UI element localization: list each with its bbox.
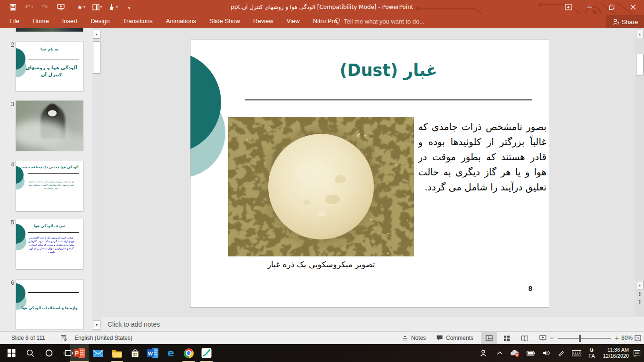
redo-button[interactable]: ↷ <box>37 0 53 14</box>
speaker-icon <box>543 350 550 356</box>
editor-scroll-down-button[interactable]: ▼ <box>636 281 644 289</box>
tray-onedrive-button[interactable] <box>507 344 522 362</box>
taskbar-mail-button[interactable] <box>89 344 107 362</box>
word-icon: W <box>147 348 159 358</box>
ribbon-tabs: File Home Insert Design Transitions Anim… <box>3 14 344 28</box>
restore-button[interactable] <box>601 0 622 14</box>
thumb2-title: آلودگی هوا و روشهای کنترل آن <box>25 64 77 78</box>
slide-page-number[interactable]: 8 <box>523 284 537 292</box>
image-caption[interactable]: تصویر میکروسکوپی یک ذره غبار <box>228 260 414 269</box>
ribbon-display-options-button[interactable] <box>557 0 579 14</box>
favorites-button[interactable]: ★▾ <box>73 0 89 14</box>
editor-scroll-thumb[interactable] <box>636 54 644 75</box>
search-icon <box>26 349 34 357</box>
thumbnail-scrollbar[interactable]: ▲ ▼ <box>92 28 101 331</box>
cortana-button[interactable] <box>40 344 58 362</box>
save-button[interactable] <box>5 0 21 14</box>
tab-insert[interactable]: Insert <box>56 14 84 28</box>
onedrive-error-icon <box>510 349 520 357</box>
tab-review[interactable]: Review <box>247 14 280 28</box>
tab-transitions[interactable]: Transitions <box>116 14 159 28</box>
thumbnail-slide-3[interactable] <box>16 100 83 151</box>
tab-design[interactable]: Design <box>84 14 116 28</box>
taskbar-store-button[interactable] <box>125 344 144 362</box>
current-slide-canvas[interactable]: غبار (Dust) <box>190 40 549 308</box>
tab-view[interactable]: View <box>280 14 306 28</box>
slide-title[interactable]: غبار (Dust) <box>285 61 492 80</box>
reading-view-button[interactable] <box>517 332 533 344</box>
tab-slideshow[interactable]: Slide Show <box>203 14 247 28</box>
thumbnail-number: 2 <box>7 41 14 48</box>
notebook-swoosh-icon <box>201 348 212 358</box>
file-explorer-icon <box>112 349 123 358</box>
minimize-button[interactable] <box>579 0 601 14</box>
thumb-scroll-down-button[interactable]: ▼ <box>93 321 100 329</box>
status-bar: Slide 8 of 111 English (United States) N… <box>0 331 644 344</box>
tray-battery-button[interactable] <box>523 344 538 362</box>
taskbar-edge-button[interactable]: e <box>161 344 180 362</box>
zoom-out-button[interactable]: − <box>550 332 554 344</box>
slide-sorter-view-button[interactable] <box>499 332 515 344</box>
editor-scroll-up-button[interactable]: ▲ <box>636 30 644 38</box>
layout-button[interactable]: ▾ <box>89 0 105 14</box>
normal-view-button[interactable] <box>481 332 497 344</box>
notes-placeholder[interactable]: Click to add notes <box>107 321 160 328</box>
slide-counter[interactable]: Slide 8 of 111 <box>11 332 45 344</box>
previous-slide-button[interactable]: ▲▲ <box>636 290 644 297</box>
tray-volume-button[interactable] <box>539 344 553 362</box>
next-slide-button[interactable]: ▼▼ <box>636 298 644 305</box>
tab-animations[interactable]: Animations <box>159 14 203 28</box>
customize-qat-button[interactable]: —▾ <box>121 0 137 14</box>
tell-me-box[interactable]: Tell me what you want to do... <box>335 14 424 28</box>
tab-file[interactable]: File <box>3 14 26 28</box>
editor-scrollbar[interactable]: ▲ ▼ ▲▲ ▼▼ <box>636 28 644 317</box>
thumbnail-slide-4[interactable]: آلودگی هوا مختص یک منطقه نیست جو در ناحی… <box>16 161 83 212</box>
undo-button[interactable]: ↶▾ <box>21 0 37 14</box>
cortana-icon <box>45 349 53 357</box>
thumb4-body: جو در ناحیه تروپوسفر محل زندگی ما دائماً… <box>26 180 75 190</box>
dust-particle-sem-image[interactable] <box>228 117 414 256</box>
windows-taskbar: P W <box>0 344 644 362</box>
tray-people-button[interactable] <box>475 344 491 362</box>
tab-home[interactable]: Home <box>26 14 56 28</box>
thumb-scroll-up-button[interactable]: ▲ <box>93 30 100 39</box>
proofing-language[interactable]: English (United States) <box>74 332 132 344</box>
zoom-in-button[interactable]: + <box>615 332 619 344</box>
share-button[interactable]: Share <box>606 15 644 28</box>
slide-body-text[interactable]: بصور نامشخص ذرات جامدی که غالباً بزرگتر … <box>418 119 546 195</box>
zoom-slider-thumb[interactable] <box>579 335 581 342</box>
search-button[interactable] <box>21 344 40 362</box>
thumbnail-slide-1-partial[interactable] <box>16 28 83 32</box>
taskbar-notebook-app-button[interactable] <box>197 344 216 362</box>
zoom-level[interactable]: 80% <box>621 332 633 344</box>
comments-toggle[interactable]: Comments <box>436 332 473 344</box>
zoom-slider-track[interactable] <box>558 338 611 339</box>
taskbar-powerpoint-button[interactable]: P <box>70 344 89 362</box>
tray-show-hidden-icons-button[interactable] <box>493 344 506 362</box>
start-from-beginning-button[interactable] <box>53 0 69 14</box>
spellcheck-icon[interactable] <box>60 335 67 343</box>
comments-icon <box>436 335 443 341</box>
notes-pane[interactable]: Click to add notes <box>101 317 644 331</box>
tray-language-indicator[interactable]: فا FA <box>585 344 599 362</box>
action-center-button[interactable] <box>630 344 644 362</box>
fit-slide-to-window-button[interactable] <box>633 332 643 344</box>
thumbnail-slide-6[interactable]: واژه ها و اصطلاحات آلودگی هوا <box>16 279 83 330</box>
tray-touch-keyboard-button[interactable] <box>569 344 585 362</box>
thumbnail-slide-5[interactable]: تعریف آلودگی هوا عبارت است از وجود یک یا… <box>16 219 83 270</box>
language-native: فا <box>588 347 594 353</box>
tray-clock[interactable]: 11:36 AM 12/16/2020 <box>600 347 629 359</box>
taskbar-word-button[interactable]: W <box>143 344 162 362</box>
thumb-scroll-thumb[interactable] <box>93 41 100 74</box>
thumb4-title: آلودگی هوا مختص یک منطقه نیست <box>16 165 83 169</box>
touch-mouse-mode-button[interactable]: ▾ <box>105 0 121 14</box>
close-button[interactable] <box>622 0 644 14</box>
tray-pen-button[interactable] <box>554 344 568 362</box>
svg-text:P: P <box>74 350 78 357</box>
start-button[interactable] <box>2 344 21 362</box>
notes-toggle[interactable]: Notes <box>402 332 426 344</box>
taskbar-file-explorer-button[interactable] <box>107 344 126 362</box>
taskbar-chrome-button[interactable] <box>179 344 198 362</box>
thumbnail-slide-2[interactable]: به نام خدا آلودگی هوا و روشهای کنترل آن <box>16 41 83 92</box>
slideshow-view-button[interactable] <box>535 332 551 344</box>
